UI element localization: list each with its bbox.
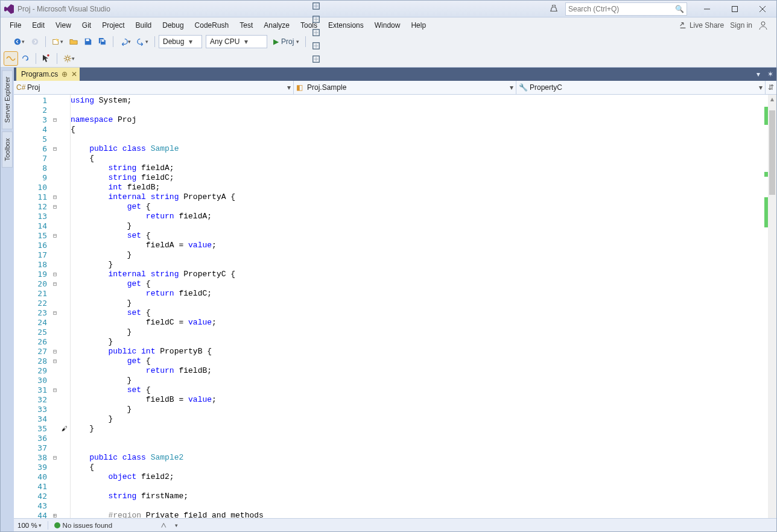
live-share-icon [679,21,687,30]
save-button[interactable] [81,35,95,48]
new-project-button[interactable]: ▾ [49,35,66,48]
property-icon: 🔧 [519,83,527,92]
health-indicator-icon[interactable] [160,521,169,530]
vs-logo-icon [4,4,14,14]
menu-view[interactable]: View [50,19,77,31]
document-tab-label: Program.cs [21,70,58,78]
document-tab-active[interactable]: Program.cs ⊕ ✕ [16,68,80,81]
window-maximize-button[interactable] [721,1,749,17]
left-tool-tabs: Server Explorer Toolbox [1,68,14,531]
document-tab-strip: Program.cs ⊕ ✕ ▾ ✶ [14,68,776,81]
search-icon[interactable]: 🔍 [673,5,685,13]
zoom-combo[interactable]: 100 %▾ [17,522,42,529]
coderush-refresh-button[interactable] [19,52,32,65]
toolbox-tab[interactable]: Toolbox [2,131,13,168]
coderush-toolbar: ● ▾ [1,50,776,68]
title-bar: Proj - Microsoft Visual Studio 🔍 [1,1,776,17]
ok-check-icon [54,522,60,528]
redo-button[interactable]: ▾ [135,35,151,48]
window-minimize-button[interactable] [693,1,721,17]
svg-point-35 [66,57,69,60]
menu-coderush[interactable]: CodeRush [189,19,235,31]
menu-git[interactable]: Git [77,19,97,31]
navigation-bar: C# Proj▾ ◧ Proj.Sample▾ 🔧 PropertyC▾ ⇵ [14,81,776,95]
mark-c-button[interactable] [309,26,323,39]
live-share-button[interactable]: Live Share [679,21,724,30]
svg-rect-0 [732,6,738,11]
undo-button[interactable]: ▾ [117,35,133,48]
split-editor-button[interactable]: ⇵ [766,81,776,94]
notifications-icon[interactable] [550,5,558,13]
configuration-combo[interactable]: Debug▾ [159,35,202,48]
window-options-button[interactable]: ✶ [764,70,776,78]
svg-point-3 [32,39,39,45]
pin-icon[interactable]: ⊕ [62,70,68,78]
menu-help[interactable]: Help [405,19,431,31]
menu-extensions[interactable]: Extensions [323,19,369,31]
close-tab-button[interactable]: ✕ [71,70,77,78]
coderush-button-1[interactable] [4,52,17,65]
menu-analyze[interactable]: Analyze [258,19,295,31]
quick-search[interactable]: 🔍 [565,2,687,16]
overview-ruler [762,95,768,518]
platform-combo[interactable]: Any CPU▾ [206,35,267,48]
sign-in-button[interactable]: Sign in [730,21,752,30]
svg-rect-5 [86,39,89,42]
menu-debug[interactable]: Debug [157,19,189,31]
window-close-button[interactable] [749,1,776,17]
start-debug-button[interactable]: ▶Proj▾ [271,35,302,48]
class-icon: ◧ [296,83,305,92]
svg-rect-6 [101,40,104,42]
tab-list-dropdown[interactable]: ▾ [752,70,764,78]
account-icon[interactable] [758,21,768,30]
code-editor[interactable]: 1234567891011121314151617181920212223242… [14,95,776,518]
server-explorer-tab[interactable]: Server Explorer [2,70,13,129]
mark-a-button[interactable] [309,0,323,13]
issues-indicator[interactable]: No issues found [54,522,112,529]
open-file-button[interactable] [67,35,80,48]
menu-test[interactable]: Test [234,19,258,31]
csharp-project-icon: C# [16,83,25,92]
menu-file[interactable]: File [4,19,27,31]
svg-point-1 [761,22,765,25]
forward-button[interactable] [28,35,42,48]
status-bar: 100 %▾ No issues found ▾ [14,518,776,531]
menu-bar: FileEditViewGitProjectBuildDebugCodeRush… [1,17,776,33]
standard-toolbar: ▾ ▾ ▾ ▾ Debug▾ Any CPU▾ ▶Proj▾ [1,33,776,50]
save-all-button[interactable] [96,35,109,48]
coderush-cursor-button[interactable]: ● [40,52,53,65]
coderush-gear-button[interactable]: ▾ [61,52,77,65]
menu-edit[interactable]: Edit [27,19,50,31]
menu-build[interactable]: Build [130,19,157,31]
nav-member-combo[interactable]: 🔧 PropertyC▾ [516,81,766,94]
mark-b-button[interactable] [309,13,323,26]
menu-window[interactable]: Window [369,19,406,31]
nav-project-combo[interactable]: C# Proj▾ [14,81,294,94]
svg-point-2 [14,39,21,45]
nav-type-combo[interactable]: ◧ Proj.Sample▾ [294,81,516,94]
vertical-scrollbar[interactable]: ▴ [767,95,776,518]
quick-search-input[interactable] [566,5,673,13]
menu-project[interactable]: Project [97,19,130,31]
scrollbar-thumb[interactable] [769,110,775,195]
window-title: Proj - Microsoft Visual Studio [17,5,110,13]
back-button[interactable]: ▾ [11,35,27,48]
